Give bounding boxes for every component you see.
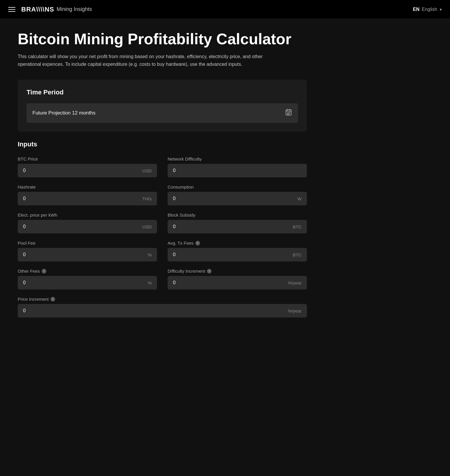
block-subsidy-input[interactable] — [173, 224, 290, 229]
label-block-subsidy: Block Subsidy — [168, 212, 307, 217]
btc-price-input[interactable] — [23, 168, 139, 173]
chevron-down-icon: ▾ — [440, 7, 442, 12]
price-increment-unit: %/year — [288, 308, 302, 313]
navbar: BRA\\\\NS Mining Insights EN English ▾ — [0, 0, 450, 19]
other-fees-info-icon[interactable]: i — [42, 269, 46, 274]
label-avg-tx-fees: Avg. Tx Fees i — [168, 241, 307, 246]
input-group-network-difficulty: Network Difficulty — [168, 156, 307, 177]
time-period-title: Time Period — [27, 89, 298, 96]
input-wrapper-consumption: W — [168, 192, 307, 205]
language-code: EN — [413, 7, 419, 12]
block-subsidy-unit: BTC — [293, 224, 302, 229]
avg-tx-fees-input[interactable] — [173, 252, 290, 257]
input-wrapper-block-subsidy: BTC — [168, 220, 307, 233]
input-group-difficulty-increment: Difficulty Increment i %/year — [168, 269, 307, 289]
input-group-block-subsidy: Block Subsidy BTC — [168, 212, 307, 233]
hashrate-input[interactable] — [23, 196, 139, 201]
input-wrapper-electricity-price: USD — [18, 220, 157, 233]
svg-rect-4 — [287, 112, 288, 113]
network-difficulty-input[interactable] — [173, 168, 299, 173]
page-title: Bitcoin Mining Profitability Calculator — [18, 31, 307, 48]
label-network-difficulty: Network Difficulty — [168, 156, 307, 161]
input-wrapper-avg-tx-fees: BTC — [168, 248, 307, 261]
consumption-input[interactable] — [173, 196, 294, 201]
language-name: English — [422, 7, 437, 12]
label-pool-fee: Pool Fee — [18, 241, 157, 246]
avg-tx-fees-unit: BTC — [293, 252, 302, 257]
input-wrapper-price-increment: %/year — [18, 304, 307, 318]
input-wrapper-hashrate: TH/s — [18, 192, 157, 205]
electricity-price-input[interactable] — [23, 224, 139, 229]
hashrate-unit: TH/s — [142, 196, 152, 201]
difficulty-increment-info-icon[interactable]: i — [207, 269, 212, 274]
difficulty-increment-input[interactable] — [173, 280, 285, 285]
consumption-unit: W — [297, 196, 302, 201]
input-group-avg-tx-fees: Avg. Tx Fees i BTC — [168, 241, 307, 261]
input-group-price-increment: Price Increment i %/year — [18, 297, 307, 318]
difficulty-increment-unit: %/year — [288, 280, 302, 285]
input-wrapper-pool-fee: % — [18, 248, 157, 261]
calendar-icon — [285, 109, 292, 117]
label-electricity-price: Elect. price per kWh — [18, 212, 157, 217]
label-hashrate: Hashrate — [18, 184, 157, 189]
pool-fee-input[interactable] — [23, 252, 145, 257]
input-wrapper-network-difficulty — [168, 164, 307, 177]
price-increment-info-icon[interactable]: i — [50, 297, 55, 302]
label-price-increment: Price Increment i — [18, 297, 307, 302]
input-wrapper-btc-price: USD — [18, 164, 157, 177]
pool-fee-unit: % — [148, 252, 152, 257]
inputs-section: Inputs BTC Price USD Network Difficulty — [18, 140, 307, 318]
brand-logo-area: BRA\\\\NS Mining Insights — [21, 6, 92, 13]
price-increment-input[interactable] — [23, 308, 285, 313]
btc-price-unit: USD — [142, 168, 152, 173]
avg-tx-fees-info-icon[interactable]: i — [195, 241, 200, 246]
svg-rect-8 — [288, 114, 289, 114]
input-group-hashrate: Hashrate TH/s — [18, 184, 157, 205]
label-other-fees: Other Fees i — [18, 269, 157, 274]
navbar-left: BRA\\\\NS Mining Insights — [8, 6, 92, 13]
inputs-title: Inputs — [18, 140, 307, 148]
other-fees-input[interactable] — [23, 280, 145, 285]
input-group-btc-price: BTC Price USD — [18, 156, 157, 177]
svg-rect-5 — [288, 112, 289, 113]
main-content: Bitcoin Mining Profitability Calculator … — [0, 19, 325, 329]
time-period-selector[interactable]: Future Projection 12 months — [27, 103, 298, 123]
input-group-electricity-price: Elect. price per kWh USD — [18, 212, 157, 233]
input-wrapper-difficulty-increment: %/year — [168, 276, 307, 289]
other-fees-unit: % — [148, 280, 152, 285]
label-btc-price: BTC Price — [18, 156, 157, 161]
time-period-value: Future Projection 12 months — [32, 110, 96, 116]
inputs-grid: BTC Price USD Network Difficulty — [18, 156, 307, 318]
input-group-consumption: Consumption W — [168, 184, 307, 205]
time-period-section: Time Period Future Projection 12 months — [18, 80, 307, 132]
label-consumption: Consumption — [168, 184, 307, 189]
input-group-other-fees: Other Fees i % — [18, 269, 157, 289]
brand-subtitle: Mining Insights — [57, 6, 92, 12]
label-difficulty-increment: Difficulty Increment i — [168, 269, 307, 274]
input-wrapper-other-fees: % — [18, 276, 157, 289]
svg-rect-6 — [289, 112, 290, 113]
hamburger-menu-button[interactable] — [8, 7, 15, 12]
language-selector[interactable]: EN English ▾ — [413, 7, 442, 12]
electricity-price-unit: USD — [142, 224, 152, 229]
brand-logo-text: BRA\\\\NS — [21, 6, 54, 13]
input-group-pool-fee: Pool Fee % — [18, 241, 157, 261]
svg-rect-7 — [287, 114, 288, 114]
page-description: This calculator will show you your net p… — [18, 53, 283, 68]
